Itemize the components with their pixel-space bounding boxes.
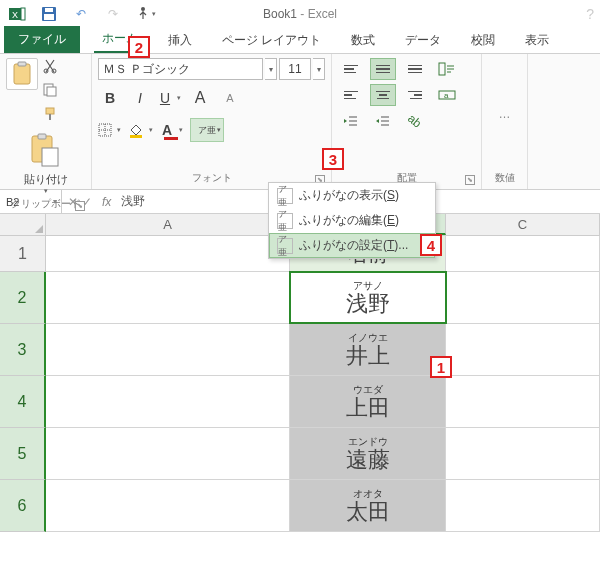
group-clipboard: 貼り付け ▾ クリップボード ⬊	[0, 54, 92, 189]
paste-button[interactable]: 貼り付け ▾	[6, 132, 85, 195]
increase-indent-button[interactable]	[370, 110, 396, 132]
align-bottom-button[interactable]	[402, 58, 428, 80]
cell-A1[interactable]	[46, 236, 290, 271]
group-alignment: a ab 配置 ⬊	[332, 54, 482, 189]
tab-data[interactable]: データ	[397, 28, 449, 53]
merge-center-button[interactable]: a	[434, 84, 460, 106]
row-header-5[interactable]: 5	[0, 428, 46, 480]
touch-mode-icon[interactable]: ▾	[134, 3, 156, 25]
col-header-C[interactable]: C	[446, 214, 600, 235]
align-middle-button[interactable]	[370, 58, 396, 80]
phonetic-menu: ア亜 ふりがなの表示(S) ア亜 ふりがなの編集(E) ア亜 ふりがなの設定(T…	[268, 182, 436, 259]
font-name-dropdown-icon[interactable]: ▾	[265, 58, 277, 80]
cell-C6[interactable]	[446, 480, 600, 531]
cell-A6[interactable]	[46, 480, 290, 531]
cell-A4[interactable]	[46, 376, 290, 427]
cell-B5[interactable]: エンドウ 遠藤	[290, 428, 446, 479]
menu-phonetic-show[interactable]: ア亜 ふりがなの表示(S)	[269, 183, 435, 208]
svg-rect-5	[44, 14, 54, 20]
group-label-number: 数値	[488, 169, 521, 187]
fill-color-button[interactable]	[128, 118, 154, 142]
help-icon[interactable]: ?	[586, 6, 594, 22]
phonetic-icon: ア亜	[277, 188, 293, 204]
cell-text: 浅野	[346, 293, 390, 315]
font-name-combo[interactable]: ＭＳ Ｐゴシック	[98, 58, 263, 80]
undo-icon[interactable]: ↶	[70, 3, 92, 25]
cell-B3[interactable]: イノウエ 井上	[290, 324, 446, 375]
tab-review[interactable]: 校閲	[463, 28, 503, 53]
cell-B2[interactable]: アサノ 浅野	[290, 272, 446, 323]
row-header-1[interactable]: 1	[0, 236, 46, 272]
phonetic-guide-button[interactable]: ア亜 ▾	[190, 118, 224, 142]
font-size-combo[interactable]: 11	[279, 58, 311, 80]
cell-text: 太田	[346, 501, 390, 523]
svg-rect-8	[18, 62, 26, 66]
tab-insert[interactable]: 挿入	[160, 28, 200, 53]
row-header-2[interactable]: 2	[0, 272, 46, 324]
tab-page-layout[interactable]: ページ レイアウト	[214, 28, 329, 53]
tab-formulas[interactable]: 数式	[343, 28, 383, 53]
orientation-button[interactable]: ab	[402, 110, 428, 132]
dialog-launcher-icon[interactable]: ⬊	[465, 175, 475, 185]
cell-text: 上田	[346, 397, 390, 419]
dialog-launcher-icon[interactable]: ⬊	[75, 201, 85, 211]
callout-4: 4	[420, 234, 442, 256]
align-center-button[interactable]	[370, 84, 396, 106]
ribbon-tabs: ファイル ホーム 挿入 ページ レイアウト 数式 データ 校閲 表示	[0, 28, 600, 54]
row-header-6[interactable]: 6	[0, 480, 46, 532]
align-top-button[interactable]	[338, 58, 364, 80]
cell-A2[interactable]	[46, 272, 290, 323]
redo-icon[interactable]: ↷	[102, 3, 124, 25]
chevron-down-icon[interactable]: ▾	[53, 197, 57, 206]
svg-rect-12	[47, 87, 56, 96]
callout-1: 1	[430, 356, 452, 378]
cell-C5[interactable]	[446, 428, 600, 479]
cell-ruby: エンドウ	[348, 437, 388, 447]
shrink-font-button[interactable]: A	[218, 86, 242, 110]
italic-button[interactable]: I	[128, 86, 152, 110]
col-header-A[interactable]: A	[46, 214, 290, 235]
decrease-indent-button[interactable]	[338, 110, 364, 132]
align-left-button[interactable]	[338, 84, 364, 106]
cell-C2[interactable]	[446, 272, 600, 323]
phonetic-icon: ア亜	[198, 126, 216, 135]
svg-rect-17	[42, 148, 58, 166]
borders-button[interactable]	[98, 118, 122, 142]
tab-file[interactable]: ファイル	[4, 26, 80, 53]
tab-view[interactable]: 表示	[517, 28, 557, 53]
cell-C1[interactable]	[446, 236, 600, 271]
copy-icon[interactable]	[42, 82, 60, 100]
name-box[interactable]: B2 ▾	[0, 190, 62, 213]
phonetic-icon: ア亜	[277, 213, 293, 229]
row-header-3[interactable]: 3	[0, 324, 46, 376]
cell-A3[interactable]	[46, 324, 290, 375]
menu-phonetic-settings[interactable]: ア亜 ふりがなの設定(T)...	[269, 233, 435, 258]
align-right-button[interactable]	[402, 84, 428, 106]
cell-C3[interactable]	[446, 324, 600, 375]
bold-button[interactable]: B	[98, 86, 122, 110]
wrap-text-button[interactable]	[434, 58, 460, 80]
cell-B4[interactable]: ウエダ 上田	[290, 376, 446, 427]
menu-label: ふりがなの表示(S)	[299, 187, 399, 204]
underline-button[interactable]: U	[158, 86, 182, 110]
excel-app-icon[interactable]: X	[6, 3, 28, 25]
cell-B6[interactable]: オオタ 太田	[290, 480, 446, 531]
cell-A5[interactable]	[46, 428, 290, 479]
cell-C4[interactable]	[446, 376, 600, 427]
save-icon[interactable]	[38, 3, 60, 25]
format-painter-icon[interactable]	[42, 106, 60, 124]
chevron-down-icon: ▾	[217, 126, 221, 134]
select-all-corner[interactable]	[0, 214, 46, 235]
quick-access-toolbar: X ↶ ↷ ▾	[6, 3, 156, 25]
font-size-dropdown-icon[interactable]: ▾	[313, 58, 325, 80]
row-headers: 1 2 3 4 5 6	[0, 236, 46, 532]
svg-rect-14	[49, 114, 51, 120]
cut-icon[interactable]	[42, 58, 60, 76]
grow-font-button[interactable]: A	[188, 86, 212, 110]
ribbon: 貼り付け ▾ クリップボード ⬊ ＭＳ Ｐゴシック ▾ 11 ▾ B I U A…	[0, 54, 600, 190]
menu-phonetic-edit[interactable]: ア亜 ふりがなの編集(E)	[269, 208, 435, 233]
cell-ruby: ウエダ	[353, 385, 383, 395]
fx-icon[interactable]: fx	[98, 195, 115, 209]
font-color-button[interactable]: A	[160, 118, 184, 142]
row-header-4[interactable]: 4	[0, 376, 46, 428]
